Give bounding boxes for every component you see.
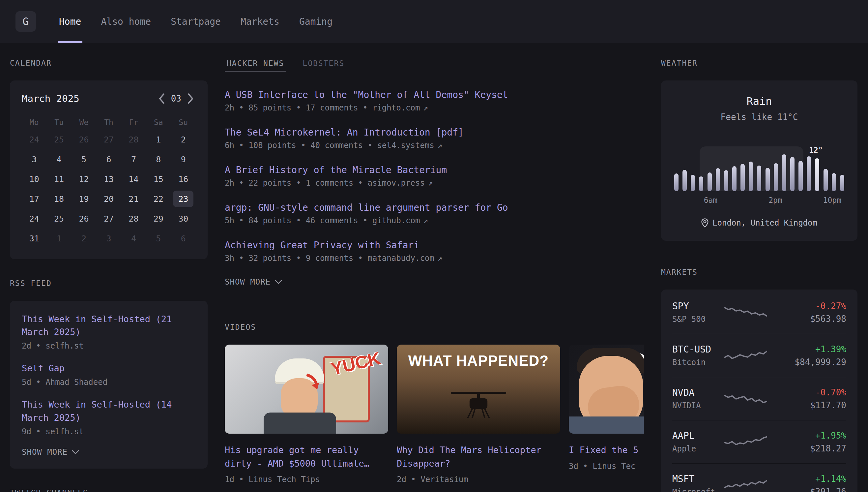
market-row[interactable]: NVDA NVIDIA -0.70% $117.70 <box>672 377 846 420</box>
calendar-day: 24 <box>24 211 45 227</box>
video-title-link[interactable]: I Fixed the 5 Power Connect <box>569 444 644 457</box>
calendar-day: 20 <box>99 191 119 207</box>
weather-time-label: 6am <box>704 196 718 204</box>
market-sparkline <box>724 433 767 450</box>
market-name: Apple <box>672 444 724 453</box>
market-sparkline <box>724 476 767 492</box>
video-thumbnail[interactable]: YUCK <box>225 345 388 434</box>
calendar-day: 11 <box>49 171 69 187</box>
external-link-icon[interactable]: ↗ <box>438 141 442 150</box>
external-link-icon[interactable]: ↗ <box>423 103 428 113</box>
news-item-meta: 2h • 85 points • 17 comments • righto.co… <box>225 103 644 113</box>
market-ticker: NVDA <box>672 387 724 398</box>
calendar-day: 17 <box>24 191 45 207</box>
news-item-link[interactable]: The SeL4 Microkernel: An Introduction [p… <box>225 127 644 138</box>
market-row[interactable]: SPY S&P 500 -0.27% $563.98 <box>672 291 846 334</box>
weather-section: WEATHER Rain Feels like 11°C 12° 6am2pm1… <box>661 59 858 241</box>
nav-item-markets[interactable]: Markets <box>239 0 281 43</box>
news-item-link[interactable]: argp: GNU-style command line argument pa… <box>225 202 644 213</box>
calendar-day: 5 <box>74 151 94 168</box>
weather-widget: Rain Feels like 11°C 12° 6am2pm10pm Lond… <box>661 80 858 241</box>
page-content: CALENDAR March 2025 03 Mo <box>0 43 868 492</box>
weather-current-temp: 12° <box>809 146 823 154</box>
calendar-month-number: 03 <box>171 94 181 103</box>
nav-item-startpage[interactable]: Startpage <box>169 0 222 43</box>
calendar-day-grid: 2425262728123456789101112131415161718192… <box>22 131 196 247</box>
weather-hour-bar <box>765 168 770 191</box>
rss-item-link[interactable]: This Week in Self-Hosted (21 March 2025) <box>22 313 196 338</box>
news-tabs: HACKER NEWS LOBSTERS <box>225 59 644 72</box>
tab-hacker-news[interactable]: HACKER NEWS <box>225 59 286 72</box>
video-card: YUCK His upgrade got me really dirty - A… <box>225 345 388 484</box>
news-item: Achieving Great Privacy with Safari 3h •… <box>225 240 644 263</box>
calendar-day: 19 <box>74 191 94 207</box>
rss-item-meta: 9d • selfh.st <box>22 427 196 436</box>
calendar-day: 1 <box>148 131 169 148</box>
calendar-day: 2 <box>173 131 193 148</box>
rss-item: This Week in Self-Hosted (14 March 2025)… <box>22 398 196 436</box>
external-link-icon[interactable]: ↗ <box>423 216 428 225</box>
helicopter-silhouette <box>447 389 510 421</box>
news-item-meta-text: 5h • 84 points • 46 comments • github.co… <box>225 216 420 225</box>
video-thumbnail[interactable]: WHAT HAPPENED? <box>397 345 560 434</box>
right-column: WEATHER Rain Feels like 11°C 12° 6am2pm1… <box>661 59 858 492</box>
calendar-day: 25 <box>49 131 69 148</box>
news-item-meta-text: 6h • 108 points • 40 comments • sel4.sys… <box>225 141 434 150</box>
weather-time-label: 10pm <box>823 196 841 204</box>
video-title-link[interactable]: His upgrade got me really dirty - AMD $5… <box>225 444 388 470</box>
middle-column: HACKER NEWS LOBSTERS A USB Interface to … <box>225 59 644 492</box>
news-show-more-button[interactable]: SHOW MORE <box>225 277 283 287</box>
news-item-link[interactable]: A USB Interface to the "Mother of All De… <box>225 89 644 100</box>
calendar-day: 14 <box>123 171 144 187</box>
market-ticker: BTC-USD <box>672 344 724 355</box>
calendar-prev-button[interactable] <box>157 92 166 105</box>
calendar-day: 16 <box>173 171 193 187</box>
rss-widget: This Week in Self-Hosted (21 March 2025)… <box>10 301 208 469</box>
nav-item-gaming[interactable]: Gaming <box>298 0 334 43</box>
market-row[interactable]: MSFT Microsoft +1.14% $391.26 <box>672 463 846 492</box>
external-link-icon[interactable]: ↗ <box>428 178 433 188</box>
weather-hour-bar <box>774 163 778 191</box>
calendar-day: 4 <box>49 151 69 168</box>
calendar-next-button[interactable] <box>186 92 196 105</box>
weather-hour-bar <box>691 175 695 191</box>
calendar-month-label: March 2025 <box>22 93 79 104</box>
nav-item-also-home[interactable]: Also home <box>100 0 152 43</box>
market-sparkline <box>724 390 767 407</box>
weather-hour-bar <box>823 169 828 191</box>
video-meta: 3d • Linus Tec <box>569 462 644 471</box>
rss-item-link[interactable]: Self Gap <box>22 362 196 375</box>
calendar-day: 28 <box>123 211 144 227</box>
rss-item-link[interactable]: This Week in Self-Hosted (14 March 2025) <box>22 398 196 424</box>
weather-time-label: 2pm <box>768 196 782 204</box>
calendar-day: 22 <box>148 191 169 207</box>
video-title-link[interactable]: Why Did The Mars Helicopter Disappear? <box>397 444 560 470</box>
calendar-weekday-header: Mo Tu We Th Fr Sa Su <box>22 118 196 127</box>
calendar-day: 1 <box>49 230 69 247</box>
rss-show-more-button[interactable]: SHOW MORE <box>22 447 79 457</box>
weather-hour-bar <box>840 175 844 191</box>
market-ticker: AAPL <box>672 430 724 441</box>
news-item: argp: GNU-style command line argument pa… <box>225 202 644 225</box>
weather-hour-bar <box>790 157 794 191</box>
weather-section-title: WEATHER <box>661 59 858 67</box>
calendar-day: 23 <box>173 191 193 207</box>
market-row[interactable]: BTC-USD Bitcoin +1.39% $84,999.29 <box>672 334 846 377</box>
app-logo[interactable]: G <box>16 11 36 32</box>
calendar-day: 8 <box>148 151 169 168</box>
market-row[interactable]: AAPL Apple +1.95% $218.27 <box>672 420 846 463</box>
news-item-link[interactable]: A Brief History of the Miracle Bacterium <box>225 165 644 175</box>
news-item-meta-text: 2h • 22 points • 1 comments • asimov.pre… <box>225 178 425 188</box>
news-item-link[interactable]: Achieving Great Privacy with Safari <box>225 240 644 251</box>
weather-condition: Rain <box>674 95 844 107</box>
external-link-icon[interactable]: ↗ <box>438 253 442 263</box>
tab-lobsters[interactable]: LOBSTERS <box>300 59 346 72</box>
rss-item: This Week in Self-Hosted (21 March 2025)… <box>22 313 196 350</box>
calendar-day: 13 <box>99 171 119 187</box>
left-column: CALENDAR March 2025 03 Mo <box>10 59 208 492</box>
markets-section-title: MARKETS <box>661 268 858 276</box>
weather-hour-bar <box>740 164 745 191</box>
calendar-day: 9 <box>173 151 193 168</box>
video-thumbnail[interactable]: DO TH T <box>569 345 644 434</box>
nav-item-home[interactable]: Home <box>58 0 82 43</box>
